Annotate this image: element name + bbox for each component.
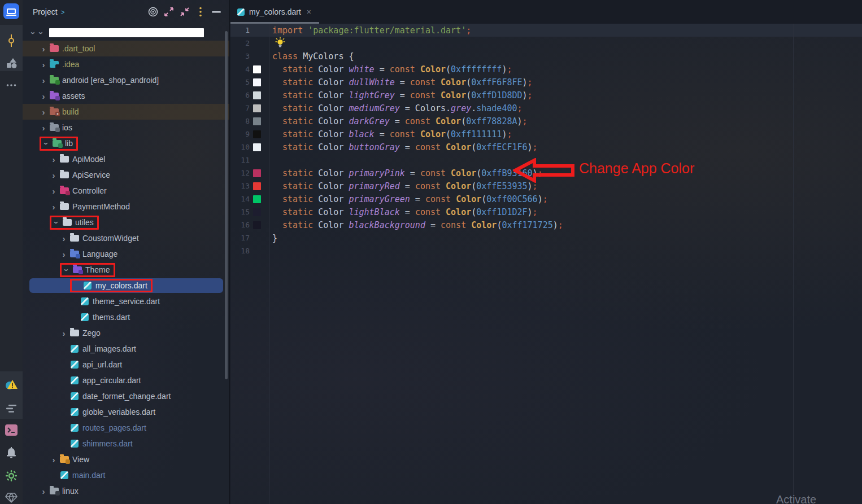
code-line-9[interactable]: 9 static Color black = const Color(0xff1… bbox=[230, 128, 862, 141]
tree-item-utiles[interactable]: ›utiles bbox=[23, 214, 229, 230]
code-line-14[interactable]: 14 static Color primaryGreen = const Col… bbox=[230, 192, 862, 205]
tree-item-controller[interactable]: ›Controller bbox=[23, 183, 229, 199]
chevron-down-icon[interactable]: › bbox=[42, 139, 51, 147]
tree-item-apiservice[interactable]: ›ApiService bbox=[23, 167, 229, 183]
chevron-right-icon[interactable]: › bbox=[60, 328, 68, 338]
chevron-right-icon[interactable]: › bbox=[60, 249, 68, 259]
intention-bulb-icon[interactable] bbox=[275, 37, 286, 48]
settings-icon[interactable] bbox=[0, 464, 23, 487]
chevron-right-icon[interactable]: › bbox=[40, 91, 47, 101]
tree-item-coustomwidget[interactable]: ›CoustomWidget bbox=[23, 230, 229, 246]
project-tool-window-button[interactable] bbox=[3, 3, 19, 19]
more-vertical-icon[interactable] bbox=[195, 7, 206, 17]
structure-icon[interactable] bbox=[0, 52, 23, 74]
code-line-1[interactable]: 1import 'package:flutter/material.dart'; bbox=[230, 24, 862, 37]
tab-close-icon[interactable]: × bbox=[307, 7, 311, 16]
tree-item-api-url-dart[interactable]: api_url.dart bbox=[23, 357, 229, 372]
chevron-down-icon[interactable]: ˃ bbox=[61, 8, 65, 16]
chevron-right-icon[interactable]: › bbox=[50, 186, 58, 196]
tree-item-thems-dart[interactable]: thems.dart bbox=[23, 309, 229, 325]
tree-item-ios[interactable]: ›ios bbox=[23, 120, 229, 135]
tree-item-date-formet-change-dart[interactable]: date_formet_change.dart bbox=[23, 388, 229, 404]
color-swatch[interactable] bbox=[253, 169, 261, 177]
color-swatch[interactable] bbox=[253, 65, 261, 73]
chevron-right-icon[interactable]: › bbox=[40, 123, 47, 133]
chevron-right-icon[interactable]: › bbox=[50, 455, 58, 464]
tree-item-my-colors-dart[interactable]: my_colors.dart bbox=[23, 278, 229, 293]
code-line-11[interactable]: 11 bbox=[230, 154, 862, 166]
collapse-all-icon[interactable] bbox=[180, 7, 190, 17]
tree-item-build[interactable]: ›xbuild bbox=[23, 104, 229, 120]
chevron-right-icon[interactable]: › bbox=[50, 170, 58, 180]
dart-analysis-icon[interactable] bbox=[0, 374, 23, 396]
tree-item-paymentmethod[interactable]: ›PaymentMethod bbox=[23, 199, 229, 214]
diamond-icon[interactable] bbox=[0, 487, 23, 504]
code-line-8[interactable]: 8 static Color darkGrey = const Color(0x… bbox=[230, 115, 862, 128]
tree-item-app-circular-dart[interactable]: app_circular.dart bbox=[23, 372, 229, 388]
code-line-13[interactable]: 13 static Color primaryRed = const Color… bbox=[230, 179, 862, 192]
tree-root-item[interactable]: ›› bbox=[23, 25, 229, 41]
color-swatch[interactable] bbox=[253, 130, 261, 138]
tree-item-all-images-dart[interactable]: all_images.dart bbox=[23, 341, 229, 357]
tree-item-globle-veriables-dart[interactable]: globle_veriables.dart bbox=[23, 404, 229, 420]
color-swatch[interactable] bbox=[253, 117, 261, 125]
code-line-6[interactable]: 6 static Color lightGrey = const Color(0… bbox=[230, 89, 862, 102]
notifications-icon[interactable] bbox=[0, 441, 23, 464]
color-swatch[interactable] bbox=[253, 208, 261, 216]
code-line-17[interactable]: 17} bbox=[230, 231, 862, 244]
tree-item-assets[interactable]: ›assets bbox=[23, 88, 229, 104]
color-swatch[interactable] bbox=[253, 143, 261, 151]
chevron-right-icon[interactable]: › bbox=[50, 202, 58, 212]
tree-item-android-era-shop-android-[interactable]: ›android [era_shop_android] bbox=[23, 72, 229, 88]
tab-my-colors-dart[interactable]: my_colors.dart × bbox=[230, 0, 319, 24]
commit-icon[interactable] bbox=[0, 29, 23, 52]
tree-item-apimodel[interactable]: ›ApiModel bbox=[23, 151, 229, 167]
tree-item-lib[interactable]: ›lib bbox=[23, 135, 229, 151]
code-line-18[interactable]: 18 bbox=[230, 244, 862, 257]
chevron-down-icon[interactable]: › bbox=[52, 218, 62, 226]
chevron-right-icon[interactable]: › bbox=[40, 76, 47, 85]
hide-icon[interactable] bbox=[211, 7, 221, 17]
chevron-right-icon[interactable]: › bbox=[40, 487, 47, 496]
code-line-12[interactable]: 12 static Color primaryPink = const Colo… bbox=[230, 166, 862, 179]
code-line-2[interactable]: 2 bbox=[230, 37, 862, 50]
chevron-down-icon[interactable]: › bbox=[37, 29, 46, 37]
tree-item-theme-service-dart[interactable]: theme_service.dart bbox=[23, 293, 229, 309]
tree-item--idea[interactable]: ›.idea bbox=[23, 56, 229, 72]
color-swatch[interactable] bbox=[253, 91, 261, 99]
chevron-right-icon[interactable]: › bbox=[60, 234, 68, 243]
tree-item-view[interactable]: ›View bbox=[23, 452, 229, 467]
tree-item-language[interactable]: ›Language bbox=[23, 246, 229, 262]
code-line-5[interactable]: 5 static Color dullWhite = const Color(0… bbox=[230, 76, 862, 89]
tree-scrollbar[interactable] bbox=[225, 31, 228, 379]
chevron-right-icon[interactable]: › bbox=[40, 44, 47, 54]
code-area[interactable]: 1import 'package:flutter/material.dart';… bbox=[230, 24, 862, 504]
code-line-4[interactable]: 4 static Color white = const Color(0xfff… bbox=[230, 63, 862, 76]
todo-icon[interactable] bbox=[0, 397, 23, 420]
code-line-15[interactable]: 15 static Color lightBlack = const Color… bbox=[230, 205, 862, 218]
more-icon[interactable] bbox=[0, 74, 23, 97]
color-swatch[interactable] bbox=[253, 78, 261, 86]
project-panel-title[interactable]: Project bbox=[33, 7, 58, 16]
tree-item-theme[interactable]: ›Theme bbox=[23, 262, 229, 278]
code-line-10[interactable]: 10 static Color buttonGray = const Color… bbox=[230, 141, 862, 154]
locate-icon[interactable] bbox=[148, 7, 158, 17]
chevron-right-icon[interactable]: › bbox=[50, 155, 58, 164]
tree-item-zego[interactable]: ›Zego bbox=[23, 325, 229, 341]
chevron-right-icon[interactable]: › bbox=[40, 107, 47, 117]
code-line-7[interactable]: 7 static Color mediumGrey = Colors.grey.… bbox=[230, 102, 862, 115]
tree-item-shimmers-dart[interactable]: shimmers.dart bbox=[23, 436, 229, 452]
chevron-right-icon[interactable]: › bbox=[40, 60, 47, 69]
tree-item--dart-tool[interactable]: ›.dart_tool bbox=[23, 41, 229, 56]
code-line-3[interactable]: 3class MyColors { bbox=[230, 50, 862, 63]
terminal-icon[interactable] bbox=[0, 419, 23, 441]
tree-item-main-dart[interactable]: main.dart bbox=[23, 467, 229, 483]
chevron-down-icon[interactable]: › bbox=[62, 266, 72, 274]
color-swatch[interactable] bbox=[253, 182, 261, 190]
color-swatch[interactable] bbox=[253, 195, 261, 203]
code-line-16[interactable]: 16 static Color blackBackground = const … bbox=[230, 218, 862, 231]
tree-item-routes-pages-dart[interactable]: routes_pages.dart bbox=[23, 420, 229, 436]
color-swatch[interactable] bbox=[253, 104, 261, 112]
color-swatch[interactable] bbox=[253, 221, 261, 229]
tree-item-linux[interactable]: ›linux bbox=[23, 483, 229, 499]
